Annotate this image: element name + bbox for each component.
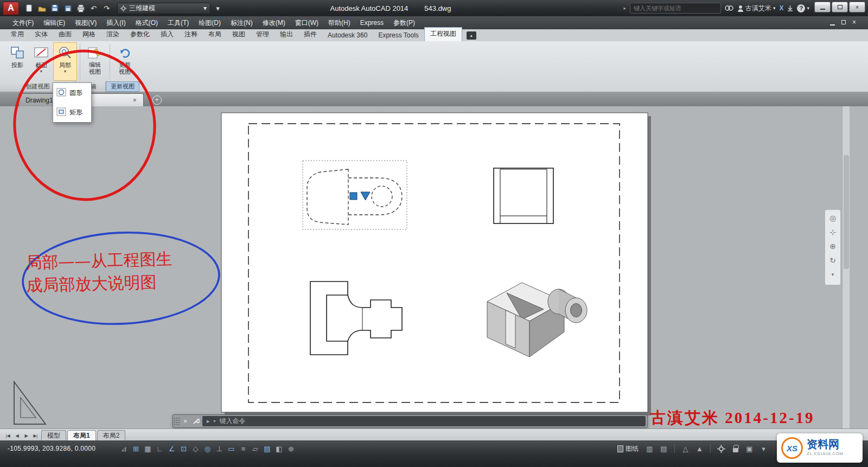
tab-autodesk360[interactable]: Autodesk 360 <box>322 30 373 41</box>
search-binoculars-icon[interactable] <box>725 5 733 11</box>
transparency-icon[interactable]: ▱ <box>250 443 261 454</box>
tab-manage[interactable]: 管理 <box>251 28 275 41</box>
menu-file[interactable]: 文件(F) <box>8 16 39 30</box>
grid-icon[interactable]: ▦ <box>142 443 154 454</box>
view-grip-square[interactable] <box>350 193 357 200</box>
infer-constraints-icon[interactable]: ⊿ <box>118 443 130 454</box>
quick-view-layouts-icon[interactable]: ▥ <box>644 443 655 454</box>
qat-more-icon[interactable]: ▾ <box>212 2 224 14</box>
orbit-icon[interactable]: ↻ <box>826 254 839 267</box>
save-icon[interactable] <box>48 2 61 14</box>
download-icon[interactable] <box>787 5 793 11</box>
menu-view[interactable]: 视图(V) <box>70 16 101 30</box>
workspace-switcher[interactable]: 三维建模 ▾ <box>117 3 210 14</box>
otrack-icon[interactable]: ◎ <box>202 443 213 454</box>
workspace-switch-icon[interactable] <box>716 443 727 454</box>
command-customize-wrench-icon[interactable] <box>190 415 201 427</box>
dynamic-input-icon[interactable]: ▭ <box>226 443 237 454</box>
tab-home[interactable]: 常用 <box>5 28 29 41</box>
pan-icon[interactable]: ⊹ <box>826 226 839 239</box>
command-close-icon[interactable]: × <box>180 415 190 427</box>
new-file-icon[interactable] <box>22 2 35 14</box>
save-as-icon[interactable] <box>61 2 74 14</box>
menu-item-rectangular[interactable]: 矩形 <box>53 103 91 122</box>
signin-user[interactable]: 古滇艾米 ▾ <box>737 4 776 13</box>
section-view-button[interactable]: 截面 ▾ <box>29 42 53 81</box>
view-front[interactable] <box>494 168 553 223</box>
exchange-apps-icon[interactable]: X <box>779 4 783 12</box>
menu-format[interactable]: 格式(O) <box>131 16 163 30</box>
tab-layout1[interactable]: 布局1 <box>67 430 96 440</box>
tab-drafting-views[interactable]: 工程视图 <box>424 27 462 41</box>
autocad-app-menu-button[interactable]: A <box>3 2 19 15</box>
polar-tracking-icon[interactable]: ∠ <box>166 443 177 454</box>
ribbon-minimize-icon[interactable]: ▴ <box>467 31 476 40</box>
help-icon[interactable]: ? ▾ <box>797 4 809 12</box>
ducs-icon[interactable]: ⊥ <box>214 443 225 454</box>
minimize-button[interactable] <box>814 2 831 12</box>
maximize-button[interactable] <box>832 2 848 12</box>
lineweight-icon[interactable]: ≡ <box>238 443 249 454</box>
new-tab-icon[interactable]: + <box>152 95 162 105</box>
redo-icon[interactable]: ↷ <box>100 2 113 14</box>
menu-insert[interactable]: 插入(I) <box>101 16 130 30</box>
command-input[interactable]: ▸ ▾ 键入命令 <box>202 416 646 426</box>
lock-ui-icon[interactable] <box>730 443 741 454</box>
annotation-visibility-icon[interactable]: △ <box>680 443 691 454</box>
menu-express[interactable]: Express <box>355 17 388 29</box>
annotation-monitor-icon[interactable]: ⊕ <box>285 443 297 454</box>
tab-solid[interactable]: 实体 <box>29 28 53 41</box>
tab-model[interactable]: 模型 <box>41 430 66 440</box>
menu-item-circular[interactable]: 圆形 <box>53 83 91 103</box>
update-view-button[interactable]: 更新视图 <box>113 42 137 81</box>
close-button[interactable]: × <box>849 2 865 12</box>
scrollbar-thumb[interactable] <box>844 155 849 269</box>
navbar-menu-icon[interactable]: ▾ <box>826 268 839 281</box>
osnap-icon[interactable]: ⊡ <box>178 443 189 454</box>
tab-close-icon[interactable]: × <box>133 97 137 104</box>
menu-modify[interactable]: 修改(M) <box>258 16 290 30</box>
menu-tools[interactable]: 工具(T) <box>163 16 194 30</box>
tab-layout[interactable]: 布局 <box>203 28 227 41</box>
hardware-accel-icon[interactable]: ▣ <box>744 443 755 454</box>
plot-icon[interactable] <box>74 2 87 14</box>
command-line[interactable]: × ▸ ▾ 键入命令 <box>173 414 648 428</box>
quick-view-drawings-icon[interactable]: ▤ <box>658 443 669 454</box>
menu-draw[interactable]: 绘图(D) <box>194 16 226 30</box>
menu-dimension[interactable]: 标注(N) <box>226 16 258 30</box>
doc-restore-icon[interactable] <box>841 20 846 24</box>
last-layout-icon[interactable]: ▶| <box>31 431 40 440</box>
menu-window[interactable]: 窗口(W) <box>290 16 323 30</box>
projection-view-button[interactable]: 投影 <box>5 42 29 81</box>
tab-insert[interactable]: 插入 <box>155 28 179 41</box>
doc-close-icon[interactable]: × <box>852 18 856 26</box>
tab-layout2[interactable]: 布局2 <box>97 430 126 440</box>
quick-properties-icon[interactable]: ▤ <box>261 443 273 454</box>
menu-help[interactable]: 帮助(H) <box>323 16 355 30</box>
panel-label-update-views[interactable]: 更新视图 <box>106 81 139 92</box>
tab-plugins[interactable]: 插件 <box>298 28 322 41</box>
status-menu-caret-icon[interactable]: ▾ <box>758 443 769 454</box>
osnap-3d-icon[interactable]: ◇ <box>190 443 201 454</box>
canvas-scrollbar[interactable] <box>842 106 850 428</box>
tab-surface[interactable]: 曲面 <box>53 28 77 41</box>
next-layout-icon[interactable]: ▶ <box>22 431 31 440</box>
edit-view-button[interactable]: 编辑视图 <box>83 42 107 81</box>
command-history-caret-icon[interactable]: ▾ <box>214 419 216 424</box>
undo-icon[interactable]: ↶ <box>87 2 100 14</box>
snap-icon[interactable]: ⊞ <box>130 443 142 454</box>
detail-view-button[interactable]: 局部 ▾ <box>53 42 77 81</box>
steering-wheel-icon[interactable]: ◎ <box>826 212 839 225</box>
tab-parametric[interactable]: 参数化 <box>125 28 155 41</box>
tab-render[interactable]: 渲染 <box>101 28 125 41</box>
menu-edit[interactable]: 编辑(E) <box>39 16 70 30</box>
paper-space-button[interactable]: 图纸 <box>615 443 641 455</box>
tab-annotate[interactable]: 注释 <box>179 28 203 41</box>
prev-layout-icon[interactable]: ◀ <box>12 431 22 440</box>
doc-minimize-icon[interactable] <box>830 24 835 25</box>
tab-view[interactable]: 视图 <box>227 28 251 41</box>
tab-express-tools[interactable]: Express Tools <box>373 30 424 41</box>
menu-parametric[interactable]: 参数(P) <box>388 16 420 30</box>
command-line-grip[interactable] <box>174 417 180 425</box>
open-file-icon[interactable] <box>35 2 48 14</box>
